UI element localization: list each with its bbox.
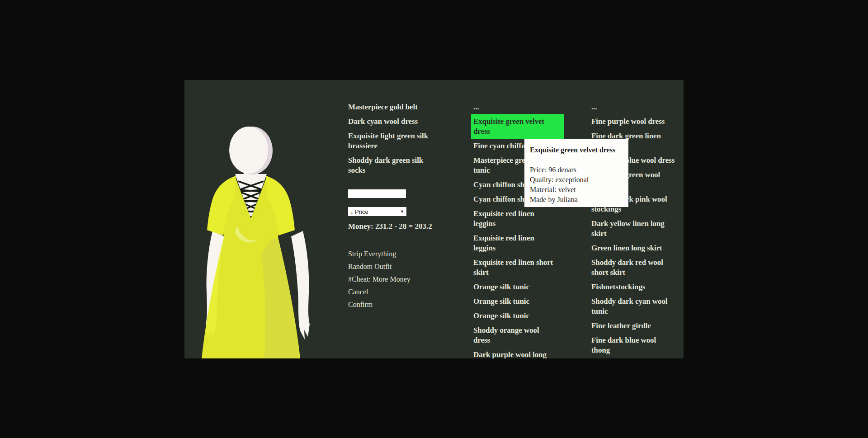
text-line: leggins xyxy=(473,219,562,229)
text-line: thong xyxy=(591,345,684,355)
text-line: dress xyxy=(473,127,562,137)
shop-item[interactable]: Orange silk tunic xyxy=(473,282,562,292)
skirt-shade xyxy=(261,238,299,358)
equipped-item[interactable]: Exquisite light green silkbrassiere xyxy=(348,131,439,151)
text-line: ... xyxy=(473,102,562,112)
shop-item[interactable]: ... xyxy=(473,102,562,112)
text-line: Shoddy dark red wool xyxy=(591,258,684,268)
text-line: Price: 96 denars xyxy=(530,165,623,175)
text-line: Fine purple wool dress xyxy=(591,117,684,127)
equipped-item[interactable]: Masterpiece gold belt xyxy=(348,102,439,112)
item-filter-input[interactable] xyxy=(348,189,406,198)
shop-item[interactable]: Exquisite red linenleggins xyxy=(473,209,562,229)
text-line: Masterpiece gold belt xyxy=(348,102,439,112)
text-line: skirt xyxy=(591,229,684,239)
outfit-shop-panel: Masterpiece gold beltDark cyan wool dres… xyxy=(184,80,684,358)
text-line: Orange silk tunic xyxy=(473,282,562,292)
text-line: Green linen long skirt xyxy=(591,243,684,253)
tooltip-title: Exquisite green velvet dress xyxy=(530,145,623,155)
tooltip-details: Price: 96 denarsQuality: exceptionalMate… xyxy=(530,165,623,205)
text-line: skirt xyxy=(473,268,562,278)
text-line: Strip Everything xyxy=(348,250,410,258)
head xyxy=(229,127,268,174)
text-line: Confirm xyxy=(348,301,410,309)
text-line: Exquisite green velvet xyxy=(473,117,562,127)
text-line: Dark yellow linen long xyxy=(591,219,684,229)
sort-select-value: ↓ Price xyxy=(350,208,368,215)
text-line: leggins xyxy=(473,243,562,253)
chevron-down-icon: ▼ xyxy=(400,209,404,214)
tooltip-detail: Made by Juliana xyxy=(530,195,623,205)
tooltip-detail: Price: 96 denars xyxy=(530,165,623,175)
text-line: ... xyxy=(591,102,684,112)
text-line: Fine leather girdle xyxy=(591,321,684,331)
text-line: Shoddy dark cyan wool xyxy=(591,297,684,306)
text-line: Fine dark blue wool xyxy=(591,335,684,345)
equipped-item[interactable]: Shoddy dark green silksocks xyxy=(348,155,439,175)
shop-item[interactable]: Fishnetstockings xyxy=(591,282,684,292)
action-button[interactable]: Confirm xyxy=(348,301,410,309)
text-line: Cancel xyxy=(348,288,410,296)
shop-item[interactable]: Dark purple wool longskirt xyxy=(473,350,562,358)
text-line: tunic xyxy=(591,306,684,316)
shop-item[interactable]: ... xyxy=(591,102,684,112)
text-line: Exquisite red linen short xyxy=(473,258,562,268)
shop-item[interactable]: Fine purple wool dress xyxy=(591,117,684,127)
shop-item[interactable]: Dark yellow linen longskirt xyxy=(591,219,684,239)
text-line: Dark purple wool long xyxy=(473,350,562,358)
text-line: Orange silk tunic xyxy=(473,297,562,306)
text-line: short skirt xyxy=(591,268,684,278)
shop-item[interactable]: Shoddy dark red woolshort skirt xyxy=(591,258,684,278)
text-line: dress xyxy=(473,335,562,345)
action-button[interactable]: Random Outfit xyxy=(348,263,410,271)
text-line: Quality: exceptional xyxy=(530,175,623,185)
text-line: Made by Juliana xyxy=(530,195,623,205)
shop-item[interactable]: Shoddy dark cyan wooltunic xyxy=(591,297,684,316)
text-line: Shoddy dark green silk xyxy=(348,155,439,165)
text-line: socks xyxy=(348,165,439,175)
shop-item[interactable]: Green linen long skirt xyxy=(591,243,684,253)
shop-item-selected[interactable]: Exquisite green velvetdress xyxy=(471,114,564,139)
action-button[interactable]: Strip Everything xyxy=(348,250,410,258)
action-button[interactable]: #Cheat: More Money xyxy=(348,275,410,283)
text-line: Dark cyan wool dress xyxy=(348,117,439,127)
text-line: Shoddy orange wool xyxy=(473,325,562,335)
text-line: Fishnetstockings xyxy=(591,282,684,292)
text-line: Material: velvet xyxy=(530,185,623,195)
shop-item[interactable]: Orange silk tunic xyxy=(473,297,562,306)
money-summary: Money: 231.2 - 28 = 203.2 xyxy=(348,221,432,231)
text-line: Orange silk tunic xyxy=(473,311,562,321)
shop-item[interactable]: Shoddy orange wooldress xyxy=(473,325,562,345)
shop-item[interactable]: Orange silk tunic xyxy=(473,311,562,321)
sort-select[interactable]: ↓ Price ▼ xyxy=(348,207,406,216)
equipped-item-list: Masterpiece gold beltDark cyan wool dres… xyxy=(348,102,439,180)
equipped-item[interactable]: Dark cyan wool dress xyxy=(348,117,439,127)
shop-item[interactable]: Exquisite red linen shortskirt xyxy=(473,258,562,278)
shop-item[interactable]: Exquisite red linenleggins xyxy=(473,233,562,253)
text-line: Exquisite light green silk xyxy=(348,131,439,141)
text-line: #Cheat: More Money xyxy=(348,275,410,283)
character-preview xyxy=(194,123,321,358)
action-button-list: Strip EverythingRandom Outfit#Cheat: Mor… xyxy=(348,250,410,313)
text-line: Exquisite red linen xyxy=(473,209,562,219)
tooltip-detail: Material: velvet xyxy=(530,185,623,195)
text-line: Exquisite red linen xyxy=(473,233,562,243)
shop-item[interactable]: Fine leather girdle xyxy=(591,321,684,331)
item-tooltip: Exquisite green velvet dress Price: 96 d… xyxy=(524,139,628,207)
text-line: brassiere xyxy=(348,141,439,151)
action-button[interactable]: Cancel xyxy=(348,288,410,296)
text-line: Random Outfit xyxy=(348,263,410,271)
shop-item[interactable]: Fine dark blue woolthong xyxy=(591,335,684,355)
tooltip-detail: Quality: exceptional xyxy=(530,175,623,185)
